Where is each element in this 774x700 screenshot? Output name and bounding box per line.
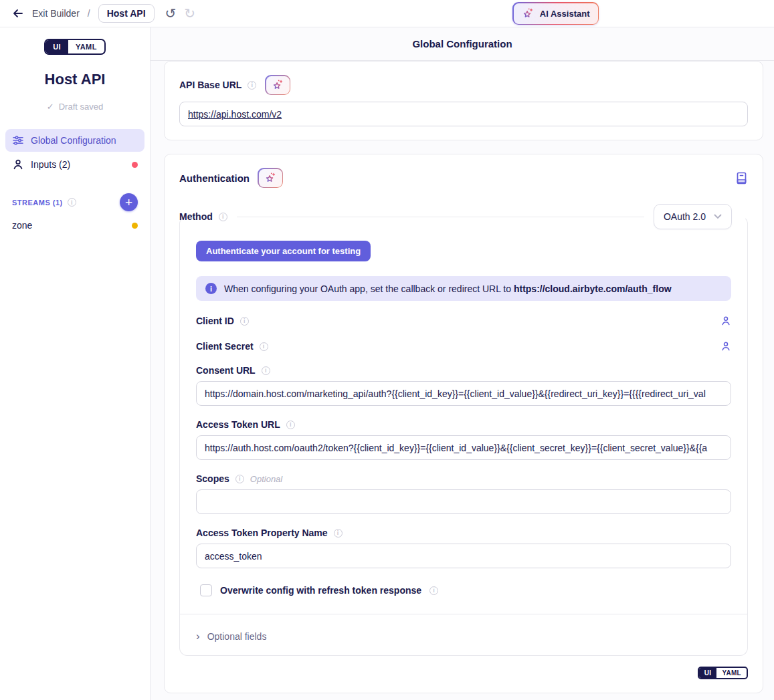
consent-url-input[interactable]: [196, 381, 731, 406]
client-id-row: Client ID i: [196, 316, 731, 326]
builder-sidebar: UI YAML Host API ✓ Draft saved Global Co…: [0, 27, 151, 700]
back-arrow-icon[interactable]: [12, 7, 24, 19]
info-icon: i: [205, 283, 217, 294]
user-secret-icon[interactable]: [720, 341, 731, 352]
access-token-property-name-label: Access Token Property Name: [196, 528, 328, 538]
toggle-yaml-option[interactable]: YAML: [68, 40, 104, 53]
access-token-url-field: Access Token URL i: [196, 419, 731, 460]
consent-url-label: Consent URL: [196, 365, 256, 376]
access-token-url-label: Access Token URL: [196, 419, 280, 430]
api-base-url-label: API Base URL: [179, 80, 241, 90]
info-banner-text: When configuring your OAuth app, set the…: [224, 283, 514, 294]
card-ui-yaml-toggle: UI YAML: [698, 667, 748, 679]
redo-icon: ↻: [184, 7, 195, 20]
chevron-right-icon: ›: [196, 630, 200, 642]
toggle-ui-option[interactable]: UI: [699, 668, 717, 678]
optional-fields-label: Optional fields: [207, 631, 267, 642]
toggle-ui-option[interactable]: UI: [45, 40, 68, 53]
overwrite-config-label: Overwrite config with refresh token resp…: [220, 585, 421, 596]
warning-indicator-dot: [132, 223, 138, 229]
scopes-input[interactable]: [196, 489, 731, 514]
access-token-url-input[interactable]: [196, 435, 731, 460]
authenticate-button[interactable]: Authenticate your account for testing: [196, 241, 371, 261]
consent-url-field: Consent URL i: [196, 365, 731, 406]
divider-line: [237, 217, 644, 217]
access-token-property-name-input[interactable]: [196, 544, 731, 568]
chevron-down-icon: [714, 214, 722, 219]
undo-icon[interactable]: ↺: [165, 7, 177, 20]
info-icon[interactable]: i: [68, 198, 76, 207]
sparkle-star-icon: [264, 172, 277, 185]
auth-method-value: OAuth 2.0: [664, 211, 706, 222]
error-indicator-dot: [132, 162, 138, 168]
ai-assistant-label: AI Assistant: [540, 9, 590, 19]
sidebar-item-label: Global Configuration: [31, 135, 116, 146]
connector-title: Host API: [5, 71, 144, 88]
sidebar-item-global-configuration[interactable]: Global Configuration: [5, 129, 144, 152]
api-base-url-card: API Base URL i: [164, 61, 763, 140]
breadcrumb-separator: /: [88, 8, 90, 19]
toggle-yaml-option[interactable]: YAML: [716, 668, 747, 678]
user-icon: [12, 158, 24, 170]
client-secret-row: Client Secret i: [196, 341, 731, 352]
client-secret-label: Client Secret: [196, 341, 254, 352]
ai-suggest-button[interactable]: [265, 75, 290, 95]
stream-name-label: zone: [12, 220, 32, 231]
ai-suggest-button[interactable]: [258, 168, 283, 188]
main-panel: Global Configuration API Base URL i: [151, 27, 774, 700]
info-icon[interactable]: i: [240, 317, 249, 326]
callback-url: https://cloud.airbyte.com/auth_flow: [514, 283, 672, 294]
oauth-settings-group: Authenticate your account for testing i …: [179, 216, 748, 656]
page-title: Global Configuration: [151, 27, 774, 61]
info-icon[interactable]: i: [429, 586, 438, 595]
overwrite-config-checkbox[interactable]: [200, 584, 212, 596]
sidebar-item-stream-zone[interactable]: zone: [5, 214, 144, 237]
save-status: ✓ Draft saved: [5, 102, 144, 112]
client-id-label: Client ID: [196, 316, 234, 326]
info-icon[interactable]: i: [248, 81, 256, 90]
streams-section-header: STREAMS (1) i +: [5, 193, 144, 211]
top-bar: Exit Builder / Host API ↺ ↻ AI Assistant: [0, 0, 774, 27]
oauth-info-banner: i When configuring your OAuth app, set t…: [196, 276, 731, 301]
add-stream-button[interactable]: +: [120, 193, 138, 211]
user-secret-icon[interactable]: [720, 316, 731, 326]
info-icon[interactable]: i: [260, 342, 268, 351]
auth-method-select[interactable]: OAuth 2.0: [654, 204, 732, 229]
info-icon[interactable]: i: [219, 213, 227, 221]
sidebar-ui-yaml-toggle: UI YAML: [44, 39, 106, 55]
save-status-label: Draft saved: [59, 102, 103, 112]
authentication-card: Authentication: [164, 154, 763, 693]
documentation-book-icon[interactable]: [735, 171, 748, 185]
api-base-url-input[interactable]: [179, 102, 748, 126]
info-icon[interactable]: i: [235, 475, 244, 483]
exit-builder-link[interactable]: Exit Builder: [32, 8, 80, 19]
ai-assistant-button[interactable]: AI Assistant: [512, 2, 599, 25]
method-label: Method: [179, 211, 213, 222]
info-icon[interactable]: i: [262, 366, 270, 375]
divider-line: [180, 614, 747, 614]
info-icon[interactable]: i: [334, 529, 343, 538]
connector-name-field[interactable]: Host API: [98, 4, 155, 23]
optional-tag: Optional: [250, 474, 282, 484]
sidebar-item-label: Inputs (2): [31, 159, 70, 170]
checkmark-icon: ✓: [47, 102, 54, 112]
sliders-icon: [12, 134, 24, 146]
scopes-field: Scopes i Optional: [196, 473, 731, 514]
overwrite-config-row: Overwrite config with refresh token resp…: [196, 584, 731, 596]
authentication-title: Authentication: [179, 172, 250, 184]
optional-fields-toggle[interactable]: › Optional fields: [196, 630, 731, 642]
sparkle-star-icon: [272, 79, 284, 92]
info-icon[interactable]: i: [286, 421, 295, 429]
access-token-property-name-field: Access Token Property Name i: [196, 528, 731, 568]
sidebar-item-inputs[interactable]: Inputs (2): [5, 153, 144, 176]
streams-label: STREAMS (1): [12, 199, 63, 207]
scopes-label: Scopes: [196, 473, 229, 484]
sparkle-star-icon: [522, 7, 535, 20]
